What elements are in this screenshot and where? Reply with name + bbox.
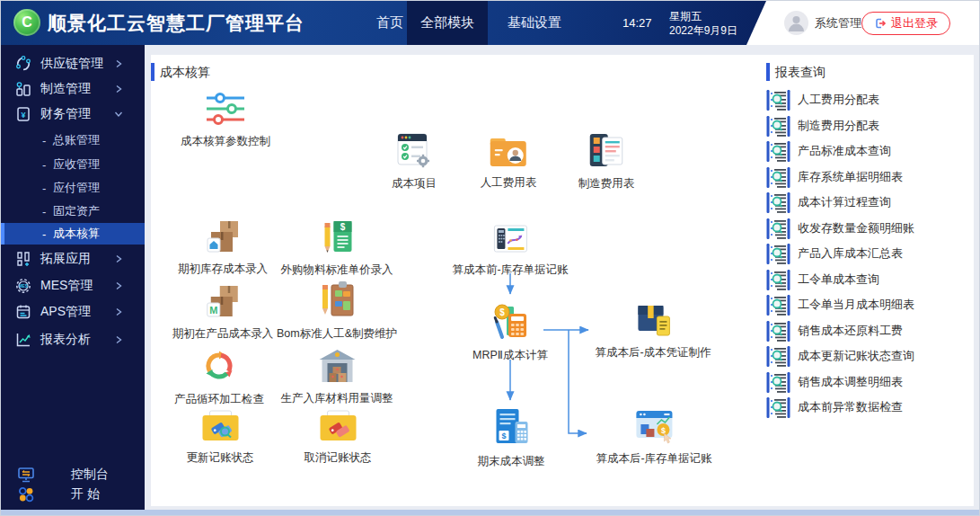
- clock-time: 14:27: [622, 1, 666, 45]
- report-query-icon: [766, 320, 790, 343]
- sidebar-subitem-receivables[interactable]: - 应收管理: [1, 154, 145, 175]
- sidebar-subitem-fixed-assets[interactable]: - 固定资产: [1, 200, 145, 222]
- flow-item-begin-inventory-cost[interactable]: 期初库存成本录入: [178, 218, 268, 277]
- flow-item-cost-project[interactable]: 成本项目: [392, 131, 437, 191]
- logout-button[interactable]: 退出登录: [861, 12, 950, 35]
- svg-text:$: $: [501, 431, 506, 440]
- flow-item-cycle-check[interactable]: 产品循环加工检查: [174, 347, 264, 407]
- flow-item-cost-voucher[interactable]: 算成本后-成本凭证制作: [595, 300, 711, 360]
- flow-item-cancel-record-status[interactable]: 取消记账状态: [305, 409, 372, 466]
- svg-text:$: $: [499, 307, 505, 317]
- cancel-status-icon: [318, 409, 358, 443]
- sidebar-subitem-label: 成本核算: [53, 223, 100, 245]
- console-icon: [16, 465, 36, 485]
- date-block: 星期五 2022年9月9日: [669, 9, 737, 38]
- sidebar-item-label: 制造管理: [40, 76, 91, 102]
- flow-item-warehouse-material-adjust[interactable]: 生产入库材料用量调整: [281, 348, 393, 406]
- report-item-inventory-doc-detail[interactable]: 库存系统单据明细表: [766, 165, 903, 190]
- chevron-right-icon: [114, 85, 123, 93]
- sidebar-item-label: 报表分析: [40, 327, 91, 352]
- flow-item-label: MRPⅡ成本计算: [472, 348, 548, 363]
- flow-item-cost-params[interactable]: 成本核算参数控制: [181, 91, 270, 149]
- report-item-cost-update-status-query[interactable]: 成本更新记账状态查询: [766, 343, 914, 369]
- report-analysis-icon: [14, 331, 32, 349]
- report-query-icon: [766, 243, 790, 265]
- flow-item-update-record-status[interactable]: 更新记账状态: [187, 409, 254, 466]
- final-cost-adjust-icon: $: [492, 407, 530, 447]
- flow-item-label: 成本核算参数控制: [181, 134, 270, 149]
- report-item-sales-cost-adjust-detail[interactable]: 销售成本调整明细表: [766, 369, 903, 395]
- report-query-icon: [766, 345, 790, 368]
- report-item-label: 收发存数量金额明细账: [798, 220, 914, 236]
- report-item-cost-calc-process[interactable]: 成本计算过程查询: [766, 190, 891, 215]
- flow-item-final-cost-adjust[interactable]: $ 期末成本调整: [478, 407, 545, 469]
- flow-item-label: 期初库存成本录入: [178, 262, 268, 277]
- logout-icon: [874, 17, 887, 30]
- flow-item-mrp2-cost-calc[interactable]: $ MRPⅡ成本计算: [472, 301, 548, 363]
- flow-item-manufacturing-fee[interactable]: 制造费用表: [578, 131, 635, 191]
- report-query-icon: [766, 140, 790, 163]
- bullet: -: [42, 129, 46, 151]
- report-item-mfg-fee-allocation[interactable]: 制造费用分配表: [766, 113, 879, 138]
- user-avatar[interactable]: [784, 11, 808, 35]
- flow-item-purchase-std-price[interactable]: $ 外购物料标准单价录入: [281, 219, 393, 278]
- flow-item-bom-maintain[interactable]: Bom标准人工&制费维护: [277, 280, 397, 342]
- begin-inventory-icon: [204, 218, 242, 254]
- report-item-label: 产品标准成本查询: [798, 143, 891, 159]
- start-icon: [16, 485, 36, 504]
- report-item-sales-cost-restore[interactable]: 销售成本还原料工费: [766, 318, 903, 343]
- report-panel-title: 报表查询: [775, 65, 825, 81]
- flow-item-post-inventory-record[interactable]: $ 算成本后-库存单据记账: [596, 408, 711, 467]
- report-item-label: 工令单当月成本明细表: [798, 297, 914, 313]
- supply-chain-icon: [14, 55, 32, 73]
- sidebar-item-manufacturing[interactable]: 制造管理: [1, 76, 145, 102]
- sidebar-subitem-general-ledger[interactable]: - 总账管理: [1, 129, 145, 151]
- report-item-label: 工令单成本查询: [798, 271, 879, 288]
- flow-item-label: 算成本后-成本凭证制作: [595, 345, 711, 360]
- report-query-icon: [766, 89, 790, 111]
- sidebar-item-supply-chain[interactable]: 供应链管理: [1, 51, 145, 76]
- nav-basic-settings[interactable]: 基础设置: [493, 1, 576, 45]
- sidebar-item-finance[interactable]: ¥ 财务管理: [1, 102, 145, 127]
- sidebar-item-label: 拓展应用: [40, 246, 91, 271]
- sidebar-item-mes[interactable]: MES MES管理: [1, 273, 145, 298]
- app-title: 顺景化工云智慧工厂管理平台: [48, 1, 305, 45]
- sidebar-item-extend-app[interactable]: 拓展应用: [1, 246, 145, 271]
- start-button[interactable]: 开 始: [1, 484, 145, 505]
- report-item-in-out-qty-amount[interactable]: 收发存数量金额明细账: [766, 216, 914, 241]
- begin-wip-icon: M: [204, 283, 242, 319]
- report-item-labor-fee-allocation[interactable]: 人工费用分配表: [766, 87, 879, 112]
- console-button[interactable]: 控制台: [1, 464, 145, 485]
- report-query-icon: [766, 294, 790, 316]
- sidebar-subitem-payables[interactable]: - 应付管理: [1, 177, 145, 199]
- sidebar-subitem-label: 总账管理: [53, 129, 100, 151]
- flow-item-label: 产品循环加工检查: [174, 392, 264, 407]
- sidebar-item-report-analysis[interactable]: 报表分析: [1, 327, 145, 352]
- report-query-icon: [766, 191, 790, 214]
- report-item-label: 产品入库成本汇总表: [798, 245, 903, 262]
- sidebar-subitem-label: 应收管理: [53, 154, 100, 175]
- sidebar: 供应链管理 制造管理 ¥ 财务管理: [1, 45, 145, 512]
- report-item-pre-cost-abnormal-check[interactable]: 成本前异常数据检查: [766, 395, 903, 420]
- warehouse-adjust-icon: [317, 348, 357, 384]
- report-item-product-inbound-cost[interactable]: 产品入库成本汇总表: [766, 241, 903, 266]
- svg-text:$: $: [660, 426, 665, 435]
- report-item-work-order-month-detail[interactable]: 工令单当月成本明细表: [766, 292, 914, 317]
- chevron-right-icon: [114, 281, 123, 290]
- report-item-label: 销售成本调整明细表: [798, 374, 903, 390]
- flow-item-pre-cost-inventory-record[interactable]: 算成本前-库存单据记账: [452, 221, 568, 278]
- labor-fee-icon: [489, 136, 528, 168]
- report-query-icon: [766, 396, 790, 419]
- sidebar-item-aps[interactable]: APS管理: [1, 299, 145, 325]
- report-item-work-order-cost[interactable]: 工令单成本查询: [766, 267, 879, 292]
- nav-all-modules[interactable]: 全部模块: [407, 1, 488, 45]
- bullet: -: [42, 223, 46, 245]
- report-item-product-std-cost[interactable]: 产品标准成本查询: [766, 138, 891, 164]
- sidebar-item-label: APS管理: [40, 299, 91, 325]
- flow-item-labor-fee[interactable]: 人工费用表: [481, 136, 537, 191]
- top-bar: C 顺景化工云智慧工厂管理平台 首页 全部模块 基础设置 14:27 星期五 2…: [1, 1, 979, 45]
- flow-item-label: 成本项目: [392, 176, 437, 191]
- extend-app-icon: [14, 250, 32, 268]
- sidebar-subitem-cost-accounting[interactable]: - 成本核算: [1, 223, 145, 245]
- flow-item-begin-wip-cost[interactable]: M 期初在产品成本录入: [172, 283, 274, 342]
